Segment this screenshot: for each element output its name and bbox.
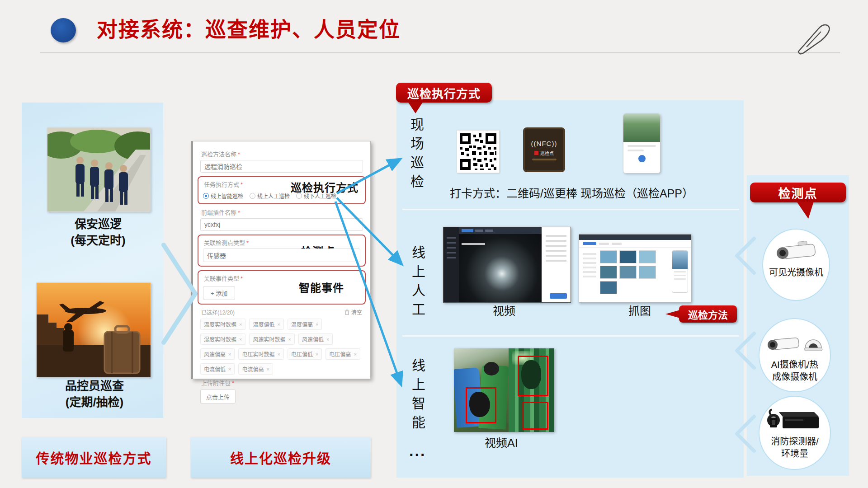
exec-mode-badge: 巡检执行方式 (396, 83, 492, 103)
trash-icon (344, 310, 349, 315)
traditional-method-box: 传统物业巡检方式 (22, 437, 166, 478)
smart-event-callout: 智能事件 (299, 279, 344, 295)
upload-label: 上传附件包* (201, 378, 363, 387)
radio-selected-icon[interactable] (203, 193, 209, 199)
exec-mode-callout: 巡检执行方式 (291, 179, 359, 195)
photo2-caption-line2: (定期/抽检) (29, 394, 160, 410)
ai-detection-box (518, 356, 548, 396)
inspection-form-card: 巡检方法名称* 任务执行方式* 巡检执行方式 线上智能巡检 线上人工巡检 线下人… (191, 141, 371, 379)
nfc-tag-image: ((NFC)) 巡检点 (523, 127, 565, 172)
bullet-camera-icon (773, 240, 820, 264)
event-tag[interactable]: 温度实时数据× (200, 319, 245, 330)
ai-detection-box (522, 402, 548, 430)
page-title: 对接系统：巡查维护、人员定位 (97, 13, 401, 42)
remove-tag-icon[interactable]: × (326, 337, 329, 342)
snapshot-thumbnails (600, 250, 669, 294)
ai-detection-image-pipes (509, 348, 554, 432)
thumbnail (619, 250, 637, 263)
nfc-red-marker (534, 151, 538, 155)
photo2-caption: 品控员巡查 (定期/抽检) (29, 378, 160, 410)
ai-camera-icons (765, 333, 824, 356)
phone-text-line (627, 150, 644, 151)
remove-tag-icon[interactable]: × (239, 322, 242, 327)
thumbnail (619, 266, 637, 279)
snapshot-titlebar (579, 235, 691, 240)
nfc-bottom-line (532, 159, 557, 160)
remove-tag-icon[interactable]: × (288, 337, 291, 342)
video-main-area (459, 227, 542, 302)
title-bullet-dot (51, 18, 76, 42)
radio-online-smart[interactable]: 线上智能巡检 (203, 192, 243, 200)
remove-tag-icon[interactable]: × (277, 322, 280, 327)
pen-icon (795, 19, 834, 55)
clear-all-button[interactable]: 清空 (344, 308, 362, 316)
nfc-text: ((NFC)) (531, 140, 557, 147)
security-patrol-photo (47, 127, 151, 212)
video-timestamp (462, 243, 485, 245)
remove-tag-icon[interactable]: × (354, 352, 356, 357)
remove-tag-icon[interactable]: × (228, 352, 231, 357)
video-ai-detection-images (454, 348, 554, 432)
remove-tag-icon[interactable]: × (228, 366, 231, 372)
video-info-panel (542, 227, 571, 302)
video-monitor-screenshot (443, 227, 571, 303)
snapshot-screenshot (579, 234, 691, 303)
phone-photo-area (623, 114, 660, 142)
selected-count-label: 已选择(12/20) (201, 308, 235, 316)
phone-action-button (638, 155, 646, 162)
onsite-vertical-label: 现场巡检 (406, 117, 426, 193)
remove-tag-icon[interactable]: × (239, 337, 242, 342)
upload-button[interactable]: 点击上传 (200, 389, 236, 404)
event-tag[interactable]: 风速偏高× (200, 348, 235, 360)
selected-count-row: 已选择(12/20) 清空 (201, 308, 362, 316)
remove-tag-icon[interactable]: × (266, 366, 269, 372)
video-caption: 视频 (493, 302, 515, 318)
plugin-name-input[interactable] (200, 218, 363, 231)
event-tag[interactable]: 温度偏高× (288, 319, 322, 330)
method-badge-pointer (665, 310, 680, 318)
thumbnail (639, 266, 656, 279)
snapshot-list (582, 250, 597, 294)
online-manual-vertical-label: 线上人工 (407, 245, 427, 321)
add-event-button[interactable]: + 添加 (203, 286, 235, 300)
detect-point-select[interactable]: 传感器 ∨ (203, 249, 360, 262)
remove-tag-icon[interactable]: × (316, 322, 318, 327)
detect-point-badge: 检测点 (750, 183, 846, 202)
nfc-sub-text: 巡检点 (540, 150, 554, 156)
remove-tag-icon[interactable]: × (277, 352, 280, 357)
radio-icon[interactable] (250, 193, 255, 199)
visible-light-camera-label: 可见光摄像机 (768, 267, 824, 279)
chevron-down-icon: ∨ (352, 252, 356, 258)
event-tag[interactable]: 电压偏高× (326, 348, 360, 360)
section-divider (402, 209, 739, 210)
event-type-highlight-box: 关联事件类型* 智能事件 + 添加 (198, 270, 366, 305)
slide: 对接系统：巡查维护、人员定位 保安巡逻 (每天定时) (0, 0, 868, 488)
remove-tag-icon[interactable]: × (316, 352, 318, 357)
exec-badge-pointer (408, 102, 423, 113)
thumbnail (639, 250, 656, 263)
detect-badge-pointer (797, 202, 814, 219)
photo1-caption-line1: 保安巡逻 (33, 216, 164, 232)
fire-detector-item: 消防探测器/环境量 (759, 396, 831, 470)
event-tag[interactable]: 电流偏低× (200, 363, 235, 375)
event-tag[interactable]: 电流偏高× (238, 363, 273, 375)
event-tag[interactable]: 温度偏低× (249, 319, 283, 330)
event-tag[interactable]: 风速偏低× (298, 333, 333, 345)
radio-online-manual[interactable]: 线上人工巡检 (250, 192, 290, 200)
onsite-caption: 打卡方式：二维码/巡更棒 现场巡检（巡检APP） (450, 184, 693, 201)
inspector-travel-photo (36, 282, 151, 377)
event-tag[interactable]: 风速实时数据× (249, 333, 294, 345)
method-name-input[interactable] (200, 160, 363, 173)
event-tag[interactable]: 电压实时数据× (238, 348, 283, 360)
detect-point-type-label: 关联检测点类型* (204, 238, 360, 247)
ai-thermal-camera-item: AI摄像机/热成像摄像机 (759, 318, 831, 392)
event-tag[interactable]: 电压偏低× (288, 348, 322, 360)
video-toolbar (459, 227, 542, 234)
video-scene (459, 234, 542, 302)
method-badge: 巡检方法 (679, 305, 737, 323)
ai-detection-image-bins (454, 348, 509, 432)
event-tag[interactable]: 湿度实时数据× (200, 333, 245, 345)
online-upgrade-box: 线上化巡检升级 (191, 437, 371, 478)
ai-detection-box (466, 387, 496, 423)
video-sidebar (443, 227, 459, 302)
